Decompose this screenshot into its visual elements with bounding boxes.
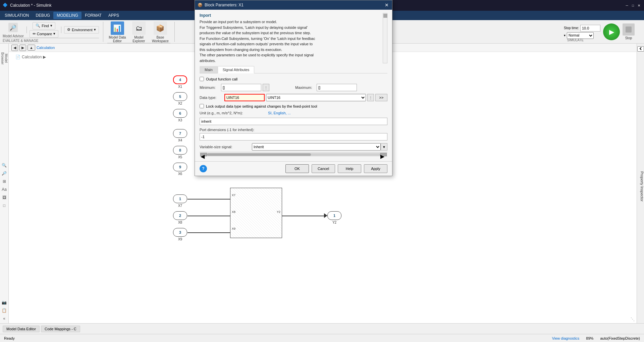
- port-dimensions-input[interactable]: [200, 133, 387, 140]
- block-parameters-dialog[interactable]: 📦 Block Parameters: X1 ✕ Inport Provide …: [195, 0, 392, 176]
- variable-size-signal-expand-btn[interactable]: ▼: [381, 143, 387, 151]
- taskbar: Model Data Editor Code Mappings - C: [0, 323, 644, 334]
- minimum-icon-btn[interactable]: ⋮: [263, 84, 269, 91]
- block-Y2[interactable]: 1 Y2: [327, 211, 341, 224]
- menu-format[interactable]: FORMAT: [82, 12, 105, 19]
- minimum-input[interactable]: [221, 84, 261, 91]
- model-data-editor-tool[interactable]: 📊 Model DataEditor: [107, 21, 127, 43]
- data-type-label: Data type:: [200, 96, 223, 100]
- copy-btn[interactable]: 📋: [1, 307, 8, 314]
- dialog-titlebar: 📦 Block Parameters: X1 ✕: [195, 0, 392, 10]
- property-inspector-sidebar: Property Inspector ▾: [637, 44, 644, 323]
- data-type-input[interactable]: [224, 94, 265, 101]
- taskbar-tab-code-mappings[interactable]: Code Mappings - C: [41, 326, 80, 332]
- view-diagnostics-link[interactable]: View diagnostics: [552, 336, 580, 340]
- canvas-path: 📄 Calculation ▶: [15, 55, 46, 59]
- resize-handle[interactable]: ⋱: [630, 317, 635, 322]
- help-button[interactable]: Help: [338, 164, 361, 173]
- zoom-in-btn[interactable]: 🔍: [1, 162, 8, 169]
- variable-size-signal-label: Variable-size signal:: [200, 145, 250, 149]
- stop-time-input[interactable]: [580, 25, 600, 32]
- block-X7-lower[interactable]: 1 X7: [173, 194, 187, 208]
- dialog-close-button[interactable]: ✕: [384, 2, 389, 8]
- dialog-title: Block Parameters: X1: [205, 3, 384, 7]
- wire-sub-Y2: [282, 216, 326, 216]
- window-controls: ─ □ ✕: [625, 3, 641, 8]
- maximize-button[interactable]: □: [631, 3, 635, 8]
- unit-link[interactable]: SI, English, ...: [268, 111, 291, 115]
- min-max-row: Minimum: ⋮ Maximum:: [200, 84, 387, 91]
- maximum-input[interactable]: [317, 84, 357, 91]
- block-X9-lower[interactable]: 3 X9: [173, 228, 187, 241]
- square-btn[interactable]: □: [1, 202, 8, 209]
- cancel-button[interactable]: Cancel: [312, 164, 335, 173]
- block-X5[interactable]: 8 X5: [173, 146, 187, 159]
- scroll-left-btn[interactable]: ◀: [200, 153, 207, 156]
- model-explorer-tool[interactable]: 🗂 ModelExplorer: [129, 21, 149, 43]
- horizontal-scrollbar[interactable]: ◀ ▶: [200, 152, 387, 157]
- status-bar: Ready View diagnostics 89% auto(FixedSte…: [0, 334, 644, 342]
- run-button[interactable]: ▶: [603, 23, 620, 40]
- sidebar-browser-btn[interactable]: ModelBrowser: [1, 45, 8, 72]
- environment-button[interactable]: ⚙ Environment ▾: [64, 26, 99, 34]
- data-type-select[interactable]: UINT16 double single int8 uint8 int16 in…: [266, 94, 366, 101]
- simulate-mode-select[interactable]: Normal: [567, 32, 594, 39]
- dialog-icon: 📦: [198, 3, 203, 7]
- menu-simulation[interactable]: SIMULATION: [1, 12, 32, 19]
- block-X1[interactable]: 4 X1: [173, 75, 187, 89]
- lock-output-checkbox[interactable]: [200, 104, 204, 108]
- find-button[interactable]: 🔍 Find ▾: [33, 22, 55, 30]
- fit-btn[interactable]: ⊞: [1, 178, 8, 185]
- base-workspace-tool[interactable]: 📦 BaseWorkspace: [150, 21, 170, 43]
- output-function-call-row: Output function call: [200, 77, 387, 81]
- dialog-buttons: ? OK Cancel Help Apply: [195, 161, 392, 176]
- variable-size-signal-select[interactable]: Inherit No Yes: [252, 143, 381, 151]
- menu-apps[interactable]: APPS: [105, 12, 122, 19]
- scrollbar-thumb[interactable]: [207, 153, 311, 156]
- block-X4[interactable]: 7 X4: [173, 129, 187, 142]
- help-icon-btn[interactable]: ?: [200, 165, 207, 172]
- collapse-btn[interactable]: «: [1, 315, 8, 322]
- stop-time-label: Stop time:: [564, 26, 579, 30]
- breadcrumb[interactable]: Calculation: [37, 46, 55, 50]
- unit-input[interactable]: [200, 118, 387, 125]
- output-function-call-checkbox[interactable]: [200, 77, 204, 81]
- block-X8-lower[interactable]: 2 X8: [173, 211, 187, 224]
- menu-debug[interactable]: DEBUG: [32, 12, 53, 19]
- minimize-button[interactable]: ─: [625, 3, 629, 8]
- dialog-tabs: Main Signal Attributes: [200, 66, 387, 73]
- nav-forward-btn[interactable]: ▶: [19, 45, 26, 51]
- model-advisor-button[interactable]: 🔎: [6, 21, 20, 34]
- nav-up-btn[interactable]: ▲: [28, 45, 35, 51]
- model-advisor-label: Model Advisor: [3, 34, 24, 38]
- image-btn[interactable]: 🖼: [1, 194, 8, 201]
- description-scrollbar[interactable]: [383, 13, 387, 63]
- property-inspector-label[interactable]: Property Inspector: [640, 171, 644, 202]
- menu-modeling[interactable]: MODELING: [53, 12, 82, 19]
- data-type-icon-btn[interactable]: ⋮: [367, 94, 374, 101]
- zoom-out-btn[interactable]: 🔎: [1, 170, 8, 177]
- unit-row: Unit (e.g., m, m/s^2, N*m): SI, English,…: [200, 111, 387, 115]
- simulate-section: Stop time: ▾ Normal ▶ Stop SIMULATE: [564, 23, 641, 40]
- ok-button[interactable]: OK: [285, 164, 309, 173]
- unit-label: Unit (e.g., m, m/s^2, N*m):: [200, 111, 267, 115]
- block-X2[interactable]: 5 X2: [173, 92, 187, 105]
- aa-btn[interactable]: Aa: [1, 186, 8, 193]
- compare-button[interactable]: ⇔ Compare ▾: [30, 30, 58, 38]
- scroll-right-btn[interactable]: ▶: [380, 153, 387, 156]
- camera-btn[interactable]: 📷: [1, 299, 8, 306]
- data-type-nav-btn[interactable]: >>: [375, 94, 387, 101]
- taskbar-tab-model-data-editor[interactable]: Model Data Editor: [3, 326, 40, 332]
- close-button[interactable]: ✕: [637, 3, 641, 8]
- subsystem-block[interactable]: X7 X8 X9 Y2: [230, 188, 282, 238]
- apply-button[interactable]: Apply: [364, 164, 387, 173]
- tab-main[interactable]: Main: [200, 66, 218, 73]
- tab-signal-attributes[interactable]: Signal Attributes: [218, 66, 255, 73]
- block-X3[interactable]: 6 X3: [173, 109, 187, 122]
- nav-back-btn[interactable]: ◀: [11, 45, 18, 51]
- block-X6[interactable]: 9 X6: [173, 163, 187, 176]
- stop-button-container[interactable]: Stop: [623, 23, 635, 40]
- stop-button-label: Stop: [625, 36, 632, 40]
- data-type-row: Data type: UINT16 double single int8 uin…: [200, 94, 387, 101]
- property-inspector-dropdown[interactable]: ▾: [637, 46, 644, 52]
